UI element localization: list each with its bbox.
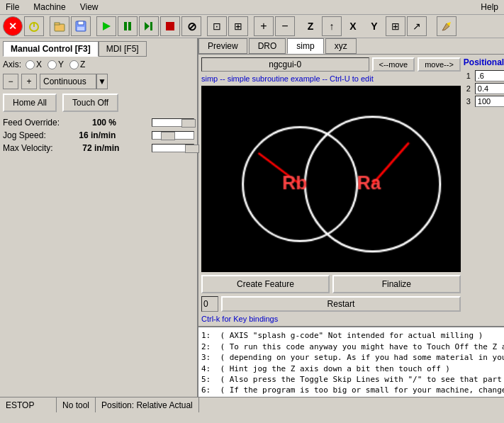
keybind-hint: Ctrl-k for Key bindings (201, 315, 461, 323)
svg-rect-5 (78, 21, 84, 25)
code-line: 5: ( Also press the Toggle Skip Lines wi… (201, 374, 504, 385)
tool-status: No tool (57, 397, 96, 412)
menu-help[interactable]: Help (478, 1, 501, 13)
feed-override-label: Feed Override: (3, 118, 60, 128)
left-panel: Manual Control [F3] MDI [F5] Axis: X Y Z (0, 38, 198, 397)
tool-button[interactable] (437, 16, 457, 36)
x-label: X (343, 16, 363, 36)
save-button[interactable] (71, 16, 91, 36)
arrow2-button[interactable]: ↗ (407, 16, 427, 36)
tab-mdi[interactable]: MDI [F5] (99, 41, 147, 57)
tool-icon (440, 20, 453, 33)
info-section: Feed Override: 100 % Jog Speed: 16 in/mi… (3, 118, 194, 153)
touch2-button[interactable]: ⊞ (228, 16, 248, 36)
restart-button[interactable]: Restart (221, 296, 461, 312)
jog-speed-row: Jog Speed: 16 in/min (3, 130, 194, 140)
feed-override-row: Feed Override: 100 % (3, 118, 194, 128)
canvas-container (201, 86, 461, 272)
position-status: Position: Relative Actual (96, 397, 199, 412)
menu-file[interactable]: File (3, 1, 22, 13)
axis-x-option[interactable]: X (26, 60, 42, 69)
jog-row: − + ▼ (3, 74, 194, 89)
jog-dropdown-arrow[interactable]: ▼ (96, 74, 108, 89)
axis-y-radio[interactable] (47, 60, 57, 69)
restart-row: Restart (201, 296, 461, 312)
jog-increment-button[interactable]: + (21, 74, 37, 89)
param-value-3[interactable] (475, 96, 504, 107)
tab-xyz[interactable]: xyz (325, 38, 357, 54)
code-line: 2: ( To run this code anyway you might h… (201, 342, 504, 352)
open-icon (53, 20, 66, 33)
code-line: 1: ( AXIS "splash g-code" Not intended f… (201, 330, 504, 341)
code-area[interactable]: 1: ( AXIS "splash g-code" Not intended f… (198, 326, 504, 397)
move-back-button[interactable]: <--move (372, 57, 415, 72)
code-line: 7: (201, 396, 504, 397)
max-velocity-slider[interactable] (152, 144, 194, 152)
code-line: 4: ( Hint jog the Z axis down a bit then… (201, 363, 504, 374)
tab-dro[interactable]: DRO (249, 38, 286, 54)
pause-button[interactable] (118, 16, 138, 36)
power-button[interactable] (24, 16, 44, 36)
jog-value-input[interactable] (40, 74, 96, 89)
axis-radio-group: X Y Z (26, 60, 85, 69)
tab-preview[interactable]: Preview (198, 38, 247, 54)
estop-status: ESTOP (0, 397, 57, 412)
max-velocity-thumb (185, 145, 199, 153)
param-value-2[interactable] (475, 83, 504, 94)
move-fwd-button[interactable]: move--> (418, 57, 461, 72)
param-row-3: 3 feedrate (464, 96, 504, 107)
estop-button[interactable]: ✕ (3, 16, 23, 36)
svg-rect-6 (77, 27, 84, 30)
power-icon (28, 20, 40, 33)
grid-button[interactable]: ⊞ (386, 16, 405, 36)
param-num-3: 3 (464, 97, 474, 106)
restart-num-input[interactable] (201, 296, 218, 312)
tab-manual-control[interactable]: Manual Control [F3] (3, 41, 99, 57)
step-button[interactable] (139, 16, 159, 36)
max-velocity-label: Max Velocity: (3, 143, 53, 153)
action-row: Create Feature Finalize (201, 275, 461, 293)
jog-plus-button[interactable]: + (254, 16, 274, 36)
right-panel: Preview DRO simp xyz ngcgui-0 <--move mo… (198, 38, 504, 397)
axis-label: Axis: (3, 60, 21, 69)
step-icon (142, 20, 155, 33)
touch-off-button[interactable]: Touch Off (62, 94, 118, 112)
main-layout: Manual Control [F3] MDI [F5] Axis: X Y Z (0, 38, 504, 397)
subtitle: simp -- simple subroutine example -- Ctr… (201, 74, 461, 83)
jog-minus-button[interactable]: − (275, 16, 295, 36)
home-all-button[interactable]: Home All (3, 94, 57, 112)
right-tabs: Preview DRO simp xyz (198, 38, 504, 55)
finalize-button[interactable]: Finalize (332, 275, 461, 293)
param-row-1: 1 Radius A (464, 70, 504, 81)
arrow-button[interactable]: ↑ (322, 16, 342, 36)
max-velocity-value: 72 in/min (82, 143, 119, 153)
feed-override-slider[interactable] (152, 118, 194, 127)
axis-z-option[interactable]: Z (69, 60, 85, 69)
touchoff-button[interactable]: ⊡ (207, 16, 227, 36)
jog-speed-thumb (161, 132, 175, 140)
y-label: Y (364, 16, 384, 36)
tab-simp[interactable]: simp (287, 38, 323, 54)
svg-rect-8 (124, 22, 127, 30)
axis-x-radio[interactable] (26, 60, 35, 69)
svg-rect-11 (150, 22, 152, 30)
param-row-2: 2 radius_b (464, 83, 504, 94)
open-button[interactable] (50, 16, 69, 36)
statusbar: ESTOP No tool Position: Relative Actual (0, 397, 504, 412)
svg-marker-10 (145, 22, 150, 30)
param-value-1[interactable] (475, 70, 504, 81)
jog-decrement-button[interactable]: − (3, 74, 18, 89)
menu-machine[interactable]: Machine (30, 1, 68, 13)
params-panel: Positional Parameters 1 Radius A 2 radiu… (464, 57, 504, 323)
menu-view[interactable]: View (77, 1, 101, 13)
home-touch-row: Home All Touch Off (3, 94, 194, 112)
code-line: 6: ( If the program is too big or small … (201, 385, 504, 395)
stop-button[interactable] (160, 16, 180, 36)
jog-speed-slider[interactable] (152, 131, 194, 140)
axis-z-radio[interactable] (69, 60, 79, 69)
axis-y-option[interactable]: Y (47, 60, 64, 69)
create-feature-button[interactable]: Create Feature (201, 275, 330, 293)
skip-button[interactable]: ⊘ (181, 16, 201, 36)
menubar-left: File Machine View (3, 1, 101, 13)
run-button[interactable] (96, 16, 116, 36)
